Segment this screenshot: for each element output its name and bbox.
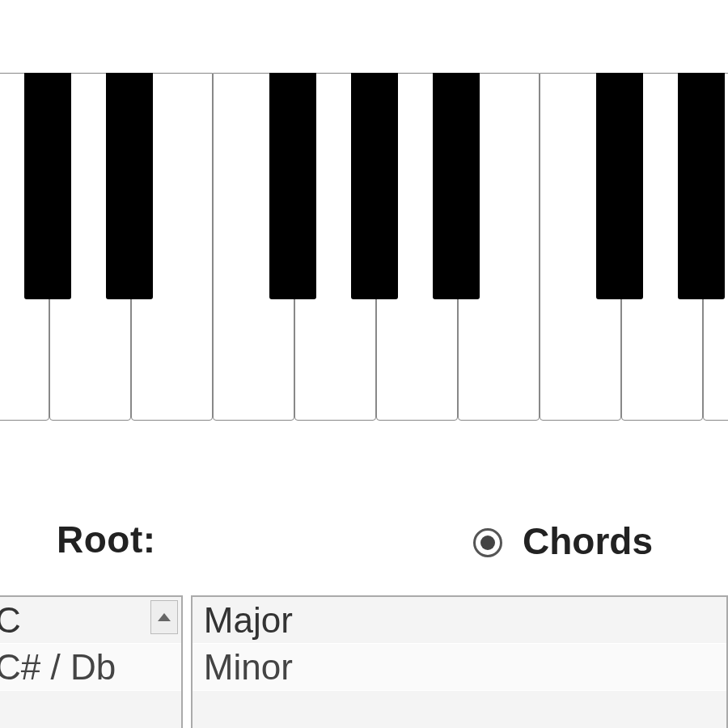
black-key-f-sharp[interactable] — [269, 73, 316, 299]
chord-type-listbox[interactable]: Major Minor — [191, 595, 728, 728]
scroll-up-button[interactable] — [150, 600, 178, 634]
piano-keyboard — [0, 73, 728, 429]
chords-radio-label: Chords — [523, 519, 653, 563]
root-note-listbox[interactable]: C C# / Db — [0, 595, 183, 728]
black-key-d-sharp[interactable] — [106, 73, 153, 299]
black-key-d-sharp2[interactable] — [678, 73, 725, 299]
black-key-g-sharp[interactable] — [351, 73, 398, 299]
black-key-c-sharp[interactable] — [24, 73, 71, 299]
chord-option-minor[interactable]: Minor — [193, 644, 726, 691]
root-option-c-sharp[interactable]: C# / Db — [0, 644, 181, 691]
root-label: Root: — [57, 518, 156, 561]
black-key-c-sharp2[interactable] — [596, 73, 643, 299]
chord-option-major[interactable]: Major — [193, 597, 726, 644]
chords-radio-group: Chords — [469, 519, 653, 563]
lists-row: C C# / Db Major Minor — [0, 595, 728, 728]
black-key-a-sharp[interactable] — [433, 73, 480, 299]
chords-radio[interactable] — [473, 528, 502, 557]
